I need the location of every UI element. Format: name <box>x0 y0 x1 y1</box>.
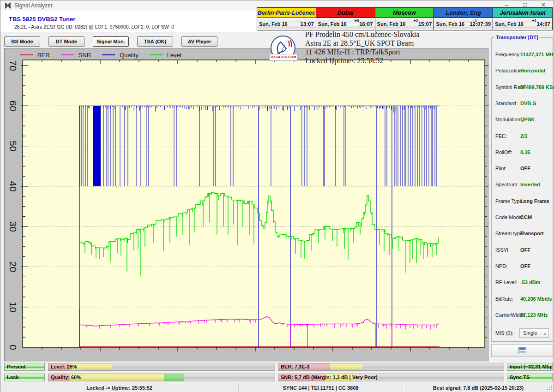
clock-time-cell: Sun, Feb 16+114:07 <box>493 18 552 30</box>
tuner-subtitle: 28.2E - Astra 2E/2F/2G (ID: 0282) @ LOF1… <box>14 24 174 30</box>
clock-date: Sun, Feb 16 <box>495 21 524 27</box>
tp-value-7: OFF <box>520 166 530 171</box>
logo-label: DXSATCS.COM <box>269 54 298 61</box>
clock-utc-offset: +1 <box>532 18 536 23</box>
tp-value-16: 37,123 MHz <box>520 312 548 318</box>
clock-time: 16:07 <box>359 21 373 27</box>
tp-value-14: -53 dBm <box>520 279 540 285</box>
svg-text:40: 40 <box>8 181 18 191</box>
level-bar: Level: 28% <box>48 363 275 371</box>
tp-label-14: RF Level: <box>495 279 517 285</box>
transponder-panel-title: Transponder [DT] <box>494 35 540 40</box>
tp-value-13: OFF <box>520 263 530 269</box>
tp-value-4: QPSK <box>520 117 535 122</box>
tp-label-12: ISSYI <box>495 247 508 253</box>
snr-bar: SNR: 5,7 dB (Margin: 1,3 dB | Very Poor) <box>278 374 504 381</box>
tp-label-3: Standard: <box>495 101 518 106</box>
ber-bar-label: BER: 7,3E-3 <box>281 364 309 369</box>
clock-0: Berlin-Paris-LučenecSun, Feb 1613:07 <box>257 8 316 30</box>
snr-bar-label: SNR: 5,7 dB (Margin: 1,3 dB | Very Poor) <box>281 374 378 380</box>
tp-label-15: BitRate: <box>495 296 513 302</box>
present-badge: Present <box>4 363 45 371</box>
clock-utc-offset: +2 <box>414 18 418 23</box>
clock-3: London, EngSun, Feb 16-112:07:39 <box>434 8 493 30</box>
svg-text:60: 60 <box>8 101 18 111</box>
tp-value-5: 2/3 <box>520 133 527 139</box>
status-bar: Locked -> Uptime: 25:55:52 SYNC 144 | TE… <box>0 383 554 392</box>
report-button[interactable] <box>491 344 553 357</box>
app-icon <box>5 2 11 9</box>
status-best-signal: Best signal: 7,8 dB (2025-02-15 20:23) <box>403 383 554 392</box>
clock-date: Sun, Feb 16 <box>318 21 347 27</box>
clock-city: Jerusalem-Israel <box>493 8 552 18</box>
overlay-line-frequency: 11 426 MHz-H : TRP/TalkSport <box>305 48 499 56</box>
clock-4: Jerusalem-IsraelSun, Feb 16+114:07 <box>493 8 552 30</box>
clock-city: Berlin-Paris-Lučenec <box>257 8 316 18</box>
clock-time-cell: Sun, Feb 1613:07 <box>257 18 316 30</box>
overlay-line-uptime: Locked Uptime : 25:55:52 <box>305 56 499 65</box>
clock-city: Dubai <box>316 8 375 18</box>
overlay-line-site: PF Prodelin 450 cm/Lučenec-Slovakia <box>305 30 499 39</box>
tuner-title: TBS 5925 DVBS2 Tuner <box>9 16 75 23</box>
mis-dropdown[interactable]: Single ▾ <box>519 328 549 338</box>
tp-value-15: 40,206 Mbit/s <box>520 296 552 302</box>
level-bar-label: Level: 28% <box>51 364 77 369</box>
tp-value-8: Inverted <box>520 182 540 187</box>
tp-value-11: Transport <box>520 231 544 236</box>
mis-label: MIS (0): <box>495 330 513 336</box>
status-sync-counters: SYNC 144 | TEI 11751 | CC 3808 <box>239 383 403 392</box>
clock-city: London, Eng <box>434 8 493 18</box>
input-badge: Input (~32,31 Mbps) <box>507 363 553 371</box>
svg-text:20: 20 <box>8 261 18 272</box>
svg-text:10: 10 <box>8 302 18 312</box>
clock-time: 13:07 <box>300 21 313 27</box>
tab-signal-mon-[interactable]: Signal Mon. <box>93 36 129 47</box>
window-title: Signal Analyzer <box>14 2 53 9</box>
dxsatcs-logo: DXSATCS.COM <box>270 36 296 61</box>
clock-2: MoscowSun, Feb 16+215:07 <box>375 8 434 30</box>
quality-bar-label: Quality: 60% <box>51 374 81 380</box>
svg-text:0: 0 <box>8 344 18 350</box>
resize-grip[interactable] <box>547 385 552 391</box>
status-uptime: Locked -> Uptime: 25:55:52 <box>0 383 239 392</box>
app-window: Signal Analyzer – □ ✕ TBS 5925 DVBS2 Tun… <box>0 0 554 392</box>
overlay-line-satellite: Astra 2E at 28.5°E_UK SPOT Beam <box>305 39 499 48</box>
signal-chart-panel: BERSNRQualityLevel 010203040506070 <box>4 48 489 362</box>
clock-time: 15:07 <box>418 21 432 27</box>
sync-ts-badge: Sync TS <box>507 374 553 381</box>
tp-value-9: Long Frame <box>520 198 549 204</box>
tp-label-9: Frame Type: <box>495 198 524 204</box>
quality-bar: Quality: 60% <box>48 374 275 381</box>
clock-time-cell: Sun, Feb 16+316:07 <box>316 18 375 30</box>
tp-value-12: OFF <box>520 247 530 253</box>
tp-value-2: 27499,789 KS/s <box>520 84 554 90</box>
signal-chart: 010203040506070 <box>5 48 489 362</box>
svg-text:70: 70 <box>8 60 18 71</box>
clock-date: Sun, Feb 16 <box>377 21 406 27</box>
ber-bar: BER: 7,3E-3 <box>278 363 504 371</box>
clock-time-cell: Sun, Feb 16+215:07 <box>375 18 434 30</box>
tp-value-0: 11427,371 MHz <box>520 52 554 57</box>
tp-value-1: Horizontal <box>520 68 545 73</box>
tab-bs-mode[interactable]: BS Mode <box>4 36 40 47</box>
tp-label-5: FEC: <box>495 133 507 139</box>
tp-value-10: CCM <box>520 214 532 220</box>
tp-label-0: Frequency: <box>495 52 521 57</box>
tab-av-player[interactable]: AV Player <box>181 36 217 47</box>
clock-utc-offset: +3 <box>355 18 359 23</box>
clock-time-cell: Sun, Feb 16-112:07:39 <box>434 18 493 30</box>
tp-value-6: 0.35 <box>520 149 530 155</box>
lock-badge: Lock <box>4 374 45 381</box>
tab-tsa-ok-[interactable]: TSA (OK) <box>137 36 173 47</box>
tab-dt-mode[interactable]: DT Mode <box>48 36 84 47</box>
clock-city: Moscow <box>375 8 434 18</box>
clock-time: 14:07 <box>537 21 550 27</box>
tp-label-8: Spectrum: <box>495 182 518 187</box>
tp-label-10: Code Mode: <box>495 214 523 220</box>
tp-label-13: NPD: <box>495 263 507 269</box>
tp-label-6: RollOff: <box>495 149 512 155</box>
tp-label-7: Pilot: <box>495 166 506 171</box>
tp-label-11: Stream type: <box>495 231 524 236</box>
mis-value: Single <box>523 330 537 336</box>
clock-date: Sun, Feb 16 <box>259 21 288 27</box>
